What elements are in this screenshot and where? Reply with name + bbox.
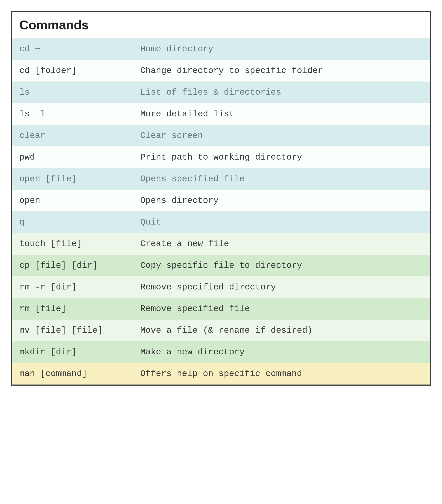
table-row: cd [folder]Change directory to specific … <box>12 60 430 81</box>
description-cell: Offers help on specific command <box>140 369 423 378</box>
description-cell: Create a new file <box>140 239 423 249</box>
command-cell: cd [folder] <box>19 66 140 75</box>
command-cell: cp [file] [dir] <box>19 261 140 270</box>
description-cell: Opens directory <box>140 196 423 205</box>
command-cell: open [file] <box>19 174 140 184</box>
table-row: mkdir [dir]Make a new directory <box>12 341 430 363</box>
table-row: rm [file]Remove specified file <box>12 298 430 320</box>
description-cell: Change directory to specific folder <box>140 66 423 75</box>
sheet-title: Commands <box>12 12 430 38</box>
command-cell: cd ~ <box>19 44 140 54</box>
command-cell: rm -r [dir] <box>19 282 140 292</box>
description-cell: List of files & directories <box>140 88 423 97</box>
table-row: touch [file]Create a new file <box>12 233 430 255</box>
description-cell: Copy specific file to directory <box>140 261 423 270</box>
description-cell: Print path to working directory <box>140 152 423 162</box>
description-cell: Remove specified file <box>140 304 423 314</box>
command-cell: man [command] <box>19 369 140 378</box>
table-row: open [file]Opens specified file <box>12 168 430 190</box>
description-cell: Clear screen <box>140 131 423 141</box>
description-cell: Quit <box>140 217 423 227</box>
command-cell: clear <box>19 131 140 141</box>
description-cell: More detailed list <box>140 109 423 119</box>
description-cell: Move a file (& rename if desired) <box>140 325 423 335</box>
command-cell: q <box>19 217 140 227</box>
command-cell: ls <box>19 88 140 97</box>
description-cell: Opens specified file <box>140 174 423 184</box>
description-cell: Home directory <box>140 44 423 54</box>
table-row: qQuit <box>12 211 430 233</box>
table-row: ls -lMore detailed list <box>12 103 430 125</box>
description-cell: Make a new directory <box>140 347 423 357</box>
table-row: rm -r [dir]Remove specified directory <box>12 276 430 298</box>
commands-cheatsheet: Commands cd ~Home directorycd [folder]Ch… <box>11 11 431 386</box>
table-row: cp [file] [dir]Copy specific file to dir… <box>12 255 430 276</box>
table-row: cd ~Home directory <box>12 38 430 60</box>
commands-table: cd ~Home directorycd [folder]Change dire… <box>12 38 430 384</box>
command-cell: pwd <box>19 152 140 162</box>
description-cell: Remove specified directory <box>140 282 423 292</box>
command-cell: mv [file] [file] <box>19 325 140 335</box>
command-cell: mkdir [dir] <box>19 347 140 357</box>
command-cell: ls -l <box>19 109 140 119</box>
command-cell: open <box>19 196 140 205</box>
table-row: openOpens directory <box>12 190 430 211</box>
table-row: clearClear screen <box>12 125 430 146</box>
command-cell: touch [file] <box>19 239 140 249</box>
table-row: man [command]Offers help on specific com… <box>12 363 430 384</box>
table-row: mv [file] [file]Move a file (& rename if… <box>12 320 430 341</box>
table-row: lsList of files & directories <box>12 81 430 103</box>
command-cell: rm [file] <box>19 304 140 314</box>
table-row: pwdPrint path to working directory <box>12 146 430 168</box>
